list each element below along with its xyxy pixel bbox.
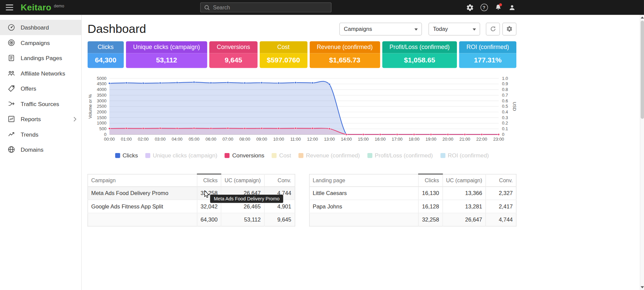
svg-text:00:00: 00:00	[104, 137, 115, 142]
metric-value: 177.31%	[459, 53, 517, 68]
gear-icon	[506, 26, 513, 32]
refresh-button[interactable]	[486, 22, 500, 35]
total-conv: 9,645	[264, 213, 295, 226]
svg-text:1000: 1000	[97, 120, 106, 126]
svg-text:17:00: 17:00	[392, 137, 402, 142]
sidebar-item-offers[interactable]: Offers	[0, 81, 81, 96]
sidebar: Dashboard Campaigns Landings Pages Affil…	[0, 15, 82, 290]
question-mark-icon: ?	[480, 4, 488, 11]
campaign-name-link[interactable]: Meta Ads Food Delivery Promo	[88, 187, 197, 200]
campaign-name-link[interactable]: Google Ads Fitness App Split	[88, 200, 197, 213]
cell-uc: 13,281	[442, 200, 485, 213]
legend-item-roi[interactable]: ROI (confirmed)	[440, 152, 489, 159]
column-header-campaign[interactable]: Campaign	[88, 174, 197, 187]
sidebar-item-label: Dashboard	[20, 24, 49, 31]
column-header-landing-page[interactable]: Landing page	[309, 174, 418, 187]
account-icon[interactable]	[508, 3, 516, 12]
globe-icon	[7, 146, 15, 153]
gauge-icon	[7, 23, 15, 31]
sidebar-item-traffic-sources[interactable]: Traffic Sources	[0, 96, 81, 111]
settings-icon[interactable]	[466, 3, 474, 12]
sidebar-item-domains[interactable]: Domains	[0, 142, 81, 157]
metric-label: Clicks	[88, 41, 124, 53]
metric-card-conversions[interactable]: Conversions 9,645	[209, 41, 257, 68]
mouse-cursor	[204, 190, 210, 198]
chart-legend: Clicks Unique clicks (campaign) Conversi…	[88, 152, 517, 159]
search-input[interactable]	[213, 4, 328, 10]
scroll-up-arrow[interactable]	[641, 16, 644, 18]
target-icon	[7, 39, 15, 47]
legend-item-cost[interactable]: Cost	[272, 152, 291, 159]
sidebar-item-dashboard[interactable]: Dashboard	[0, 20, 81, 35]
column-header-uc-campaign[interactable]: UC (campaign)	[442, 174, 485, 187]
svg-text:1.0: 1.0	[502, 76, 508, 81]
legend-item-profit-loss[interactable]: Profit/Loss (confirmed)	[367, 152, 433, 159]
landing-name-link[interactable]: Little Caesars	[309, 187, 418, 200]
sidebar-item-affiliate-networks[interactable]: Affiliate Networks	[0, 65, 81, 81]
legend-label: Cost	[279, 152, 291, 159]
column-header-clicks[interactable]: Clicks	[419, 174, 443, 187]
svg-text:5000: 5000	[97, 76, 106, 81]
landing-name-link[interactable]: Papa Johns	[309, 200, 418, 213]
logo[interactable]: Keitaro demo	[20, 3, 64, 12]
table-row[interactable]: Papa Johns 16,128 13,281 2,417	[309, 200, 516, 213]
metric-card-profit-loss[interactable]: Profit/Loss (confirmed) $1,058.65	[382, 41, 457, 68]
total-uc: 53,112	[221, 213, 264, 226]
sidebar-item-label: Offers	[20, 85, 36, 92]
global-search[interactable]	[200, 2, 332, 12]
menu-toggle-button[interactable]	[6, 5, 14, 10]
column-header-conv[interactable]: Conv.	[264, 174, 295, 187]
metric-label: Conversions	[209, 41, 257, 53]
svg-text:02:00: 02:00	[138, 137, 148, 142]
trend-up-icon	[7, 130, 15, 138]
metric-label: Cost	[259, 41, 307, 53]
date-range-select[interactable]: Today	[428, 22, 480, 35]
metric-label: Profit/Loss (confirmed)	[382, 41, 457, 53]
legend-item-clicks[interactable]: Clicks	[115, 152, 138, 159]
legend-item-conversions[interactable]: Conversions	[225, 152, 264, 159]
metric-card-roi[interactable]: ROI (confirmed) 177.31%	[459, 41, 517, 68]
cell-clicks: 16,128	[419, 200, 443, 213]
column-header-conv[interactable]: Conv.	[486, 174, 516, 187]
cell-empty	[309, 213, 418, 226]
metric-card-cost[interactable]: Cost $597.0760	[259, 41, 307, 68]
table-row[interactable]: Little Caesars 16,130 13,366 2,327	[309, 187, 516, 200]
legend-swatch-icon	[440, 153, 445, 158]
metric-card-unique-clicks[interactable]: Unique clicks (campaign) 53,112	[126, 41, 207, 68]
dashboard-settings-button[interactable]	[502, 22, 516, 35]
scroll-down-arrow[interactable]	[641, 286, 644, 288]
scrollbar-thumb[interactable]	[641, 20, 644, 118]
legend-swatch-icon	[367, 153, 372, 158]
logo-badge: demo	[54, 4, 64, 8]
legend-label: Clicks	[123, 152, 138, 159]
column-header-clicks[interactable]: Clicks	[197, 174, 221, 187]
metric-card-revenue[interactable]: Revenue (confirmed) $1,655.73	[309, 41, 380, 68]
sidebar-item-campaigns[interactable]: Campaigns	[0, 35, 81, 50]
sidebar-item-landings-pages[interactable]: Landings Pages	[0, 50, 81, 65]
logo-text: Keitaro	[20, 3, 51, 12]
metric-card-clicks[interactable]: Clicks 64,300	[88, 41, 124, 68]
svg-text:Volume or %: Volume or %	[88, 94, 93, 118]
legend-label: Conversions	[232, 152, 264, 159]
sidebar-item-reports[interactable]: Reports	[0, 111, 81, 127]
notification-dot	[499, 3, 502, 6]
sidebar-item-trends[interactable]: Trends	[0, 127, 81, 142]
help-icon[interactable]: ?	[480, 3, 488, 12]
legend-swatch-icon	[145, 153, 151, 158]
cell-clicks: 16,130	[419, 187, 443, 200]
svg-text:500: 500	[99, 126, 107, 131]
legend-item-unique-clicks[interactable]: Unique clicks (campaign)	[145, 152, 217, 159]
traffic-chart[interactable]: 0500100015002000250030003500400045005000…	[88, 74, 517, 143]
cell-empty	[88, 213, 197, 226]
svg-text:18:00: 18:00	[409, 137, 419, 142]
grouping-select[interactable]: Campaigns	[339, 22, 422, 35]
date-range-value: Today	[433, 26, 448, 32]
svg-text:0.6: 0.6	[502, 98, 508, 103]
legend-item-revenue[interactable]: Revenue (confirmed)	[299, 152, 360, 159]
notifications-icon[interactable]	[494, 3, 503, 12]
sidebar-item-label: Reports	[20, 116, 41, 123]
svg-text:0.5: 0.5	[502, 104, 508, 109]
column-header-uc-campaign[interactable]: UC (campaign)	[221, 174, 264, 187]
page-scrollbar[interactable]	[640, 15, 644, 290]
legend-swatch-icon	[299, 153, 304, 158]
